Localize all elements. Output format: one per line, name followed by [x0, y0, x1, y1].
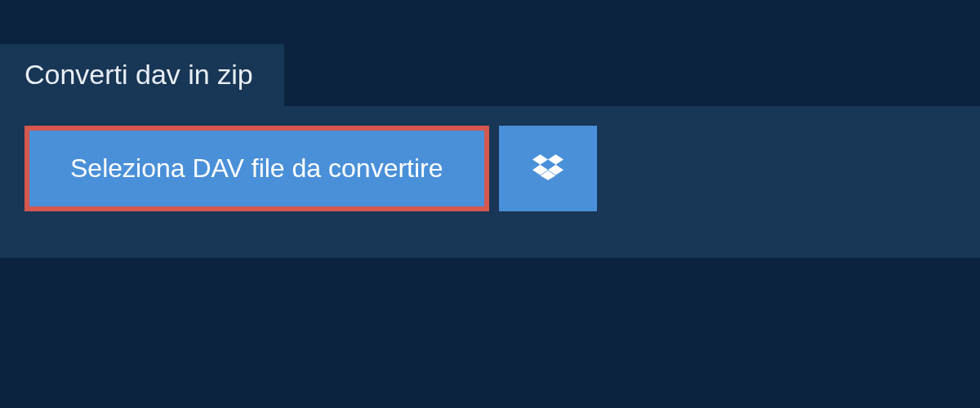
tab-label: Converti dav in zip [24, 59, 253, 90]
button-row: Seleziona DAV file da convertire [24, 126, 956, 211]
dropbox-button[interactable] [499, 126, 597, 211]
tab-convert[interactable]: Converti dav in zip [0, 44, 284, 107]
content-panel: Seleziona DAV file da convertire [0, 106, 980, 258]
dropbox-icon [532, 152, 564, 186]
select-file-button[interactable]: Seleziona DAV file da convertire [24, 126, 489, 211]
select-file-label: Seleziona DAV file da convertire [70, 153, 443, 184]
